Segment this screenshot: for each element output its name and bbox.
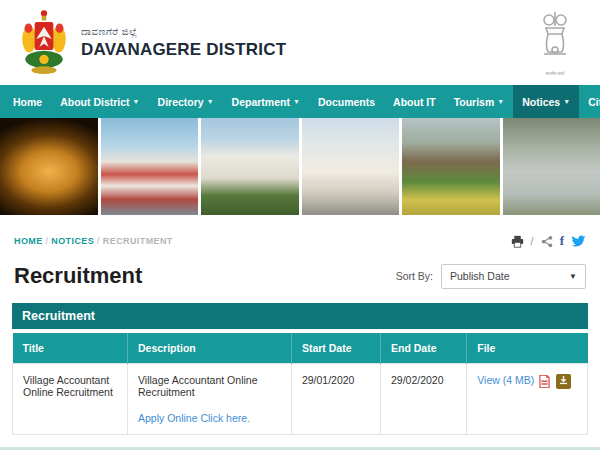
twitter-icon[interactable]: [571, 235, 586, 248]
nav-item-citizen-services[interactable]: Citizen Services: [579, 85, 600, 118]
carousel-image-fort-garden[interactable]: [402, 118, 500, 215]
chevron-down-icon: ▼: [497, 98, 504, 105]
nav-item-home[interactable]: Home: [4, 85, 51, 118]
sort-select[interactable]: Publish Date ▼: [441, 264, 586, 289]
district-name-kannada: ದಾವಣಗೆರೆ ಜಿಲ್ಲೆ: [81, 26, 286, 38]
chevron-down-icon: ▼: [563, 98, 570, 105]
panel-title: Recruitment: [12, 303, 588, 329]
column-header-description: Description: [128, 333, 292, 364]
sort-select-value: Publish Date: [450, 270, 510, 282]
carousel-image-white-church[interactable]: [302, 118, 400, 215]
nav-item-about-district[interactable]: About District▼: [51, 85, 148, 118]
chevron-down-icon: ▼: [133, 98, 140, 105]
nav-item-documents[interactable]: Documents: [309, 85, 384, 118]
share-icon[interactable]: [541, 235, 553, 248]
carousel-image-red-white-tower[interactable]: [101, 118, 199, 215]
nav-item-notices[interactable]: Notices▼: [513, 85, 579, 118]
print-icon[interactable]: [511, 235, 524, 248]
national-emblem-caption: सत्यमेव जयते: [538, 71, 572, 76]
carousel-image-heritage-museum[interactable]: [201, 118, 299, 215]
breadcrumb: HOMENOTICESRECRUITMENT: [14, 236, 173, 246]
national-emblem-india: [538, 10, 572, 66]
cell-end-date: 29/02/2020: [381, 364, 467, 435]
recruitment-table: Title Description Start Date End Date Fi…: [12, 333, 588, 435]
cell-description: Village Accountant Online Recruitment Ap…: [128, 364, 292, 435]
view-file-link[interactable]: View (4 MB): [477, 374, 534, 386]
cell-start-date: 29/01/2020: [291, 364, 380, 435]
download-icon[interactable]: [556, 374, 571, 389]
breadcrumb-current: RECRUITMENT: [103, 236, 173, 246]
national-emblem-block: सत्यमेव जयते: [538, 10, 572, 76]
page-title: Recruitment: [14, 263, 142, 289]
nav-item-tourism[interactable]: Tourism▼: [445, 85, 514, 118]
pdf-file-icon[interactable]: [539, 375, 550, 388]
sort-control: Sort By: Publish Date ▼: [396, 264, 586, 289]
chevron-down-icon: ▼: [207, 98, 214, 105]
recruitment-page: ದಾವಣಗೆರೆ ಜಿಲ್ಲೆ DAVANAGERE DISTRICT सत्य…: [0, 0, 600, 450]
cell-title: Village Accountant Online Recruitment: [13, 364, 128, 435]
main-navigation: Home About District▼ Directory▼ Departme…: [0, 85, 600, 118]
photo-carousel: [0, 118, 600, 215]
share-toolbar: / f: [511, 233, 586, 249]
column-header-end-date: End Date: [381, 333, 467, 364]
apply-online-link[interactable]: Apply Online Click here.: [138, 412, 250, 424]
facebook-icon[interactable]: f: [560, 233, 564, 249]
dropdown-caret-icon: ▼: [569, 272, 577, 281]
breadcrumb-home[interactable]: HOME: [14, 236, 51, 246]
site-header: ದಾವಣಗೆರೆ ಜಿಲ್ಲೆ DAVANAGERE DISTRICT सत्य…: [0, 0, 600, 85]
sort-by-label: Sort By:: [396, 270, 433, 282]
recruitment-panel: Recruitment Title Description Start Date…: [12, 303, 588, 435]
district-name: DAVANAGERE DISTRICT: [81, 40, 286, 60]
nav-item-directory[interactable]: Directory▼: [149, 85, 223, 118]
chevron-down-icon: ▼: [293, 98, 300, 105]
cell-file: View (4 MB): [467, 364, 588, 435]
nav-item-about-it[interactable]: About IT: [384, 85, 445, 118]
breadcrumb-row: HOMENOTICESRECRUITMENT / f: [0, 215, 600, 257]
separator-slash: /: [531, 235, 534, 247]
karnataka-state-emblem-logo: [20, 8, 68, 78]
table-row: Village Accountant Online Recruitment Vi…: [13, 364, 588, 435]
column-header-file: File: [467, 333, 588, 364]
breadcrumb-notices[interactable]: NOTICES: [51, 236, 103, 246]
page-title-row: Recruitment Sort By: Publish Date ▼: [0, 257, 600, 289]
carousel-image-lake-hill[interactable]: [503, 118, 600, 215]
column-header-title: Title: [13, 333, 128, 364]
site-title-block: ದಾವಣಗೆರೆ ಜಿಲ್ಲೆ DAVANAGERE DISTRICT: [81, 26, 286, 60]
carousel-image-temple-night[interactable]: [0, 118, 98, 215]
table-header-row: Title Description Start Date End Date Fi…: [13, 333, 588, 364]
column-header-start-date: Start Date: [291, 333, 380, 364]
description-text: Village Accountant Online Recruitment: [138, 374, 281, 398]
nav-item-department[interactable]: Department▼: [223, 85, 309, 118]
